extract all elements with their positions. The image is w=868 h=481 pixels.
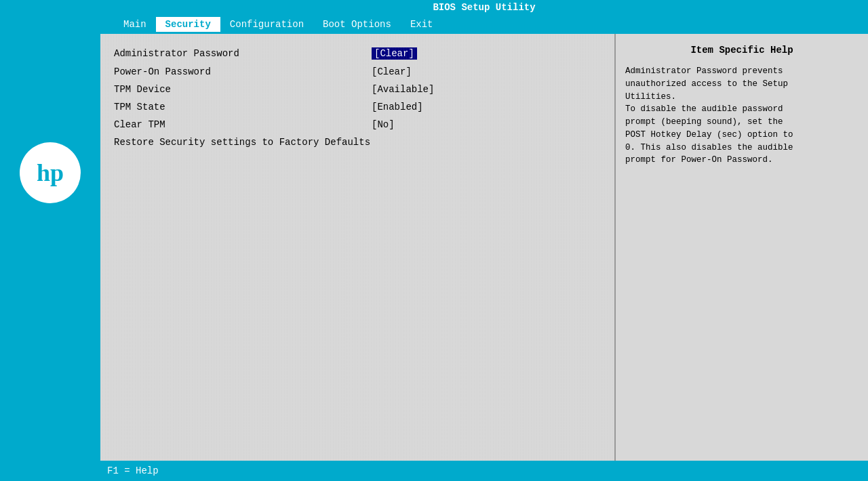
- settings-panel: Administrator Password [Clear] Power-On …: [100, 34, 616, 461]
- setting-label-restore-factory: Restore Security settings to Factory Def…: [114, 137, 372, 148]
- setting-label-tpm-state: TPM State: [114, 102, 372, 112]
- setting-value-clear-tpm[interactable]: [No]: [372, 119, 395, 130]
- menu-item-configuration[interactable]: Configuration: [220, 17, 313, 32]
- app-title: BIOS Setup Utility: [433, 2, 535, 13]
- table-row[interactable]: Administrator Password [Clear]: [114, 45, 601, 62]
- table-row[interactable]: Power-On Password [Clear]: [114, 64, 601, 80]
- table-row[interactable]: TPM State [Enabled]: [114, 99, 601, 115]
- menu-item-main[interactable]: Main: [114, 17, 156, 32]
- setting-value-power-on-password[interactable]: [Clear]: [372, 66, 412, 77]
- menu-item-exit[interactable]: Exit: [401, 17, 443, 32]
- setting-value-tpm-state[interactable]: [Enabled]: [372, 102, 423, 112]
- menu-item-boot-options[interactable]: Boot Options: [313, 17, 401, 32]
- hp-logo: hp: [20, 142, 81, 203]
- help-panel: Item Specific Help Administrator Passwor…: [616, 34, 868, 461]
- content-area: Administrator Password [Clear] Power-On …: [100, 34, 868, 461]
- setting-value-tpm-device[interactable]: [Available]: [372, 84, 434, 95]
- table-row[interactable]: Restore Security settings to Factory Def…: [114, 134, 601, 150]
- help-text: Administrator Password prevents unauthor…: [625, 65, 859, 167]
- menu-bar: Main Security Configuration Boot Options…: [100, 15, 868, 34]
- table-row[interactable]: Clear TPM [No]: [114, 117, 601, 133]
- title-bar: BIOS Setup Utility: [100, 0, 868, 15]
- hp-logo-area: hp: [0, 0, 100, 481]
- help-title: Item Specific Help: [625, 45, 859, 56]
- setting-value-admin-password[interactable]: [Clear]: [372, 47, 417, 60]
- setting-label-tpm-device: TPM Device: [114, 84, 372, 95]
- setting-label-power-on-password: Power-On Password: [114, 66, 372, 77]
- table-row[interactable]: TPM Device [Available]: [114, 81, 601, 98]
- setting-label-admin-password: Administrator Password: [114, 48, 372, 59]
- menu-item-security[interactable]: Security: [156, 17, 220, 32]
- setting-label-clear-tpm: Clear TPM: [114, 119, 372, 130]
- f1-help-label: F1 = Help: [107, 465, 159, 476]
- bottom-bar: F1 = Help: [100, 461, 868, 481]
